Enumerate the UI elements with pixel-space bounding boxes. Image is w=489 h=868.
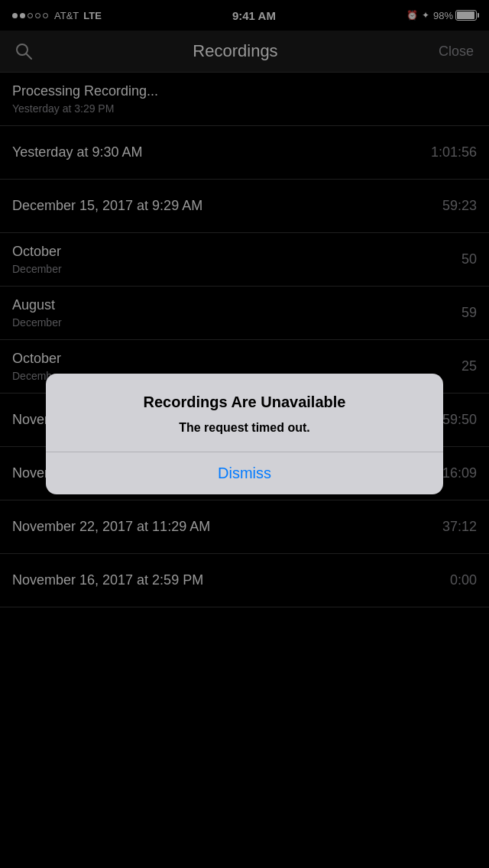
modal-message: The request timed out. [64,419,425,436]
modal-overlay: Recordings Are Unavailable The request t… [0,0,489,868]
modal-content: Recordings Are Unavailable The request t… [46,374,443,452]
dismiss-button[interactable]: Dismiss [46,452,443,494]
modal-title: Recordings Are Unavailable [64,392,425,412]
alert-dialog: Recordings Are Unavailable The request t… [46,374,443,494]
modal-actions: Dismiss [46,452,443,494]
